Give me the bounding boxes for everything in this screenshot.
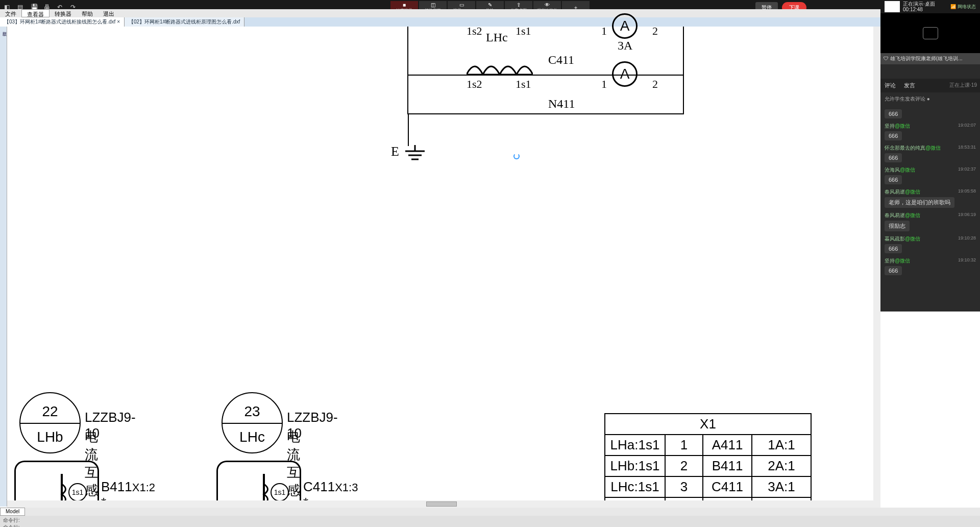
horizontal-scrollbar[interactable] [7, 500, 880, 508]
label-3a: 3A [618, 39, 632, 53]
chat-message: 怀念那最去的纯真@微信18:53:31666 [880, 142, 980, 164]
pen-icon: ✎ [488, 2, 492, 8]
camera-view[interactable] [880, 13, 980, 53]
table-row: LHc:1s13C4113A:1 [605, 476, 811, 497]
close-icon[interactable]: × [117, 19, 120, 25]
pin-1s1: 1s1 [68, 483, 87, 501]
component-23-balloon: 23 LHc [222, 392, 283, 453]
chat-list: 666 坚持@微信19:02:07666 怀念那最去的纯真@微信18:53:31… [880, 106, 980, 277]
drawing-canvas[interactable]: 1s2 LHc 1s1 1 2 A 3A 1s2 1s1 C411 1 2 A … [7, 27, 880, 507]
table-row: LHb:1s12B4112A:1 [605, 456, 811, 476]
menu-converter[interactable]: 转换器 [50, 9, 77, 17]
tab-comments[interactable]: 评论 [880, 79, 900, 92]
doc-tab-2[interactable]: 【02】环网柜1#断路器式进线柜原理图怎么看.dxf [125, 17, 244, 27]
chat-message: 春风易逝@微信19:05:58老师，这是咱们的班歌吗 [880, 186, 980, 210]
menu-exit[interactable]: 退出 [98, 9, 119, 17]
menu-bar: 文件 查看器 转换器 帮助 退出 [0, 9, 980, 17]
balloon-code: LHc [223, 429, 282, 445]
eye-icon: 👁 [545, 2, 550, 8]
coil-lhc [467, 60, 533, 76]
label-2-mid: 2 [652, 78, 658, 91]
label-1s2-mid: 1s2 [467, 78, 482, 91]
menu-help[interactable]: 帮助 [77, 9, 98, 17]
model-tab[interactable]: Model [0, 508, 25, 516]
camera-icon [923, 27, 938, 39]
label-1s1-top: 1s1 [516, 25, 531, 38]
classroom-panel: 正在演示·桌面 00:12:48 📶 网络状态 🛡 雄飞培训学院康老师(雄飞培训… [880, 0, 980, 312]
ground-symbol: E [391, 144, 399, 159]
label-n411: N411 [548, 97, 575, 111]
panel-header: 正在演示·桌面 00:12:48 📶 网络状态 [880, 0, 980, 13]
component-23: 23 LHc LZZBJ9-10 电流互感器 1s1 C411X1:3 * N4… [222, 392, 283, 453]
component-22-balloon: 22 LHb [19, 392, 81, 453]
chat-message: 666 [880, 106, 980, 121]
table-title: X1 [605, 414, 811, 435]
chat-message: 春风易逝@微信19:06:19很励志 [880, 210, 980, 233]
left-ruler: 模型 [0, 27, 7, 507]
command-line-2: 命令行: [3, 524, 977, 527]
document-tabs: 【03】环网柜1#断路器式进线柜接线图怎么看.dxf × 【02】环网柜1#断路… [0, 17, 980, 27]
model-tab-bar: Model [0, 508, 980, 516]
panel-tabs: 评论 发言 正在上课·19 [880, 79, 980, 92]
attendee-count[interactable]: 正在上课·19 [946, 79, 980, 92]
window-icon: ◫ [431, 2, 435, 8]
schematic-block: 1s2 LHc 1s1 1 2 A 3A 1s2 1s1 C411 1 2 A … [400, 27, 686, 116]
component-22: 22 LHb LZZBJ9-10 电流互感器 1s1 B411X1:2 * N4… [19, 392, 81, 453]
balloon-number: 23 [223, 403, 282, 420]
schematic-midline [407, 75, 684, 76]
label-1s1-mid: 1s1 [516, 78, 531, 91]
chat-message: 坚持@微信19:10:32666 [880, 255, 980, 277]
ammeter-mid: A [612, 61, 638, 87]
label-1-mid: 1 [601, 78, 607, 91]
loading-cursor-icon [513, 153, 520, 159]
menu-viewer[interactable]: 查看器 [21, 9, 50, 17]
chat-message: 沧海风@微信19:02:37666 [880, 164, 980, 186]
share-icon: ⇪ [517, 2, 521, 8]
chat-message: 坚持@微信19:02:07666 [880, 121, 980, 142]
elapsed-time: 00:12:48 [903, 7, 935, 12]
allow-comments-toggle[interactable]: 允许学生发表评论 ● [880, 92, 980, 106]
table-row: LHa:1s11A4111A:1 [605, 435, 811, 456]
chat-message: 暮风疏影@微信19:10:28666 [880, 233, 980, 255]
label-2-top: 2 [652, 25, 658, 38]
menu-file[interactable]: 文件 [0, 9, 21, 17]
stop-icon: ■ [403, 2, 406, 8]
ammeter-top: A [612, 13, 638, 39]
ppt-icon: ▭ [459, 2, 464, 8]
balloon-number: 22 [20, 403, 80, 420]
doc-tab-1[interactable]: 【03】环网柜1#断路器式进线柜接线图怎么看.dxf × [0, 17, 125, 27]
vertical-scrollbar[interactable] [873, 27, 880, 500]
scrollbar-thumb[interactable] [426, 501, 457, 507]
network-status: 网络状态 [958, 4, 976, 9]
label-1-top: 1 [601, 25, 607, 38]
schematic-frame [407, 27, 684, 114]
label-lhc: LHc [486, 31, 508, 44]
balloon-code: LHb [20, 429, 80, 445]
command-line-1: 命令行: [3, 517, 977, 524]
screen-thumbnail[interactable] [885, 1, 900, 12]
command-bar[interactable]: 命令行: 命令行: [0, 516, 980, 527]
presenter-name: 🛡 雄飞培训学院康老师(雄飞培训... [880, 53, 980, 64]
present-status: 正在演示·桌面 [903, 1, 935, 7]
label-c411: C411 [548, 53, 574, 67]
label-1s2-top: 1s2 [467, 25, 482, 38]
tab-speak[interactable]: 发言 [900, 79, 919, 92]
pin-1s1: 1s1 [271, 483, 289, 501]
